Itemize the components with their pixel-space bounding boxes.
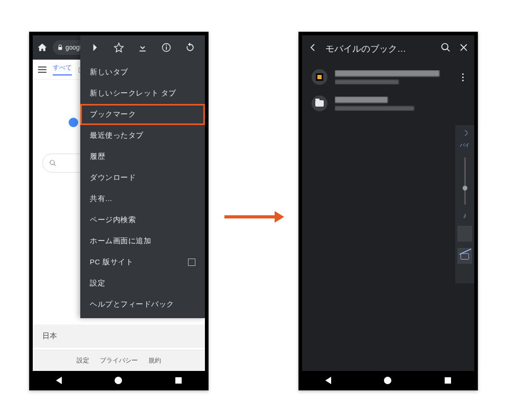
svg-rect-2: [166, 45, 167, 46]
nav-back-icon[interactable]: [325, 377, 331, 384]
bookmark-item[interactable]: [302, 90, 474, 117]
footer-link-terms[interactable]: 規約: [148, 356, 161, 365]
bookmark-url-redacted: [335, 106, 414, 111]
volume-icon[interactable]: [461, 129, 468, 137]
forward-icon[interactable]: [90, 42, 100, 53]
android-navbar: [30, 371, 208, 390]
volume-slider[interactable]: [464, 157, 466, 205]
bookmarks-title: モバイルのブック…: [325, 43, 406, 55]
search-icon: [49, 159, 57, 167]
bookmark-url-redacted: [335, 80, 399, 84]
footer-link-settings[interactable]: 設定: [77, 356, 89, 365]
menu-item-1[interactable]: 新しいシークレット タブ: [80, 83, 205, 104]
footer-country: 日本: [33, 324, 205, 348]
nav-recent-icon[interactable]: [175, 377, 182, 384]
home-icon[interactable]: [37, 42, 48, 53]
download-icon[interactable]: [137, 42, 148, 53]
folder-icon: [315, 100, 324, 107]
lock-icon: [57, 44, 63, 51]
more-icon[interactable]: [458, 73, 467, 81]
nav-back-icon[interactable]: [56, 377, 62, 384]
menu-item-6[interactable]: 共有…: [80, 188, 205, 209]
menu-item-11[interactable]: ヘルプとフィードバック: [80, 294, 205, 315]
menu-item-7[interactable]: ページ内検索: [80, 209, 205, 231]
nav-home-icon[interactable]: [384, 377, 391, 384]
footer-links: 設定 プライバシー 規約: [33, 350, 205, 371]
screen-right: モバイルのブック…: [302, 35, 474, 371]
bookmarks-list: [302, 62, 474, 119]
menu-item-label: ページ内検索: [90, 215, 136, 225]
hamburger-icon[interactable]: [38, 66, 46, 73]
bookmarks-header: モバイルのブック…: [302, 35, 474, 62]
phone-left: google すべて ▯ 日本 設定 プライバシー 規約: [29, 32, 209, 390]
side-tile[interactable]: [457, 226, 472, 242]
bookmark-title-redacted: [335, 70, 439, 77]
side-panel: バイ ♪: [455, 125, 474, 283]
menu-item-5[interactable]: ダウンロード: [80, 167, 205, 188]
menu-item-label: ホーム画面に追加: [90, 236, 151, 246]
menu-item-label: 設定: [90, 279, 105, 288]
menu-item-label: 履歴: [90, 152, 105, 161]
menu-item-4[interactable]: 履歴: [80, 146, 205, 167]
menu-item-label: ダウンロード: [90, 173, 136, 183]
cast-tile[interactable]: [457, 248, 472, 264]
menu-item-label: 最近使ったタブ: [90, 131, 144, 140]
menu-item-label: 新しいシークレット タブ: [90, 89, 176, 98]
bookmark-item[interactable]: [302, 64, 474, 90]
menu-item-label: ヘルプとフィードバック: [90, 300, 174, 309]
menu-item-label: ブックマーク: [90, 110, 136, 119]
side-label: バイ: [460, 142, 470, 149]
reload-icon[interactable]: [185, 42, 195, 53]
favicon-icon: [316, 73, 323, 81]
star-icon[interactable]: [114, 42, 124, 53]
checkbox-icon[interactable]: [188, 259, 195, 266]
flow-arrow: [224, 211, 284, 223]
nav-home-icon[interactable]: [115, 377, 122, 384]
svg-rect-1: [166, 46, 167, 50]
back-icon[interactable]: [307, 42, 318, 55]
phone-right: モバイルのブック…: [298, 32, 478, 390]
menu-item-label: 新しいタブ: [90, 68, 128, 77]
screen-left: google すべて ▯ 日本 設定 プライバシー 規約: [33, 35, 205, 371]
menu-iconrow: [80, 35, 205, 60]
google-logo: [69, 118, 78, 127]
chrome-overflow-menu: 新しいタブ新しいシークレット タブブックマーク最近使ったタブ履歴ダウンロード共有…: [80, 35, 205, 318]
search-icon[interactable]: [440, 42, 451, 55]
menu-item-3[interactable]: 最近使ったタブ: [80, 125, 205, 146]
android-navbar: [299, 371, 477, 390]
close-icon[interactable]: [458, 42, 469, 55]
menu-item-label: PC 版サイト: [90, 257, 133, 267]
menu-item-0[interactable]: 新しいタブ: [80, 62, 205, 83]
menu-item-10[interactable]: 設定: [80, 273, 205, 294]
menu-item-2[interactable]: ブックマーク: [80, 104, 205, 125]
music-icon[interactable]: ♪: [463, 211, 467, 219]
tab-all[interactable]: すべて: [53, 63, 72, 75]
menu-item-8[interactable]: ホーム画面に追加: [80, 231, 205, 252]
menu-item-9[interactable]: PC 版サイト: [80, 252, 205, 273]
bookmark-title-redacted: [335, 97, 388, 103]
footer-link-privacy[interactable]: プライバシー: [100, 356, 138, 365]
info-icon[interactable]: [161, 42, 172, 53]
cast-icon: [461, 253, 469, 260]
nav-recent-icon[interactable]: [445, 377, 451, 384]
menu-item-label: 共有…: [90, 194, 112, 204]
